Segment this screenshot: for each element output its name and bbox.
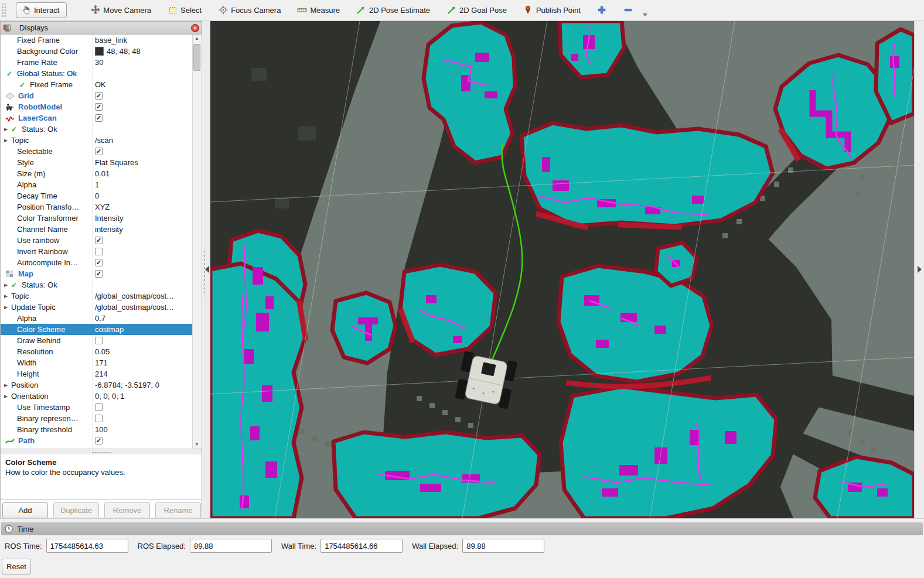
tree-row-channel-name[interactable]: Channel Nameintensity	[1, 224, 193, 235]
tree-row-topic[interactable]: ▶Topic/global_costmap/cost…	[1, 290, 193, 302]
property-value[interactable]: ✓	[93, 114, 193, 122]
tool-move-camera[interactable]: Move Camera	[87, 3, 155, 18]
add-button[interactable]: Add	[2, 502, 48, 518]
property-value[interactable]: ✓	[93, 237, 193, 244]
checkbox[interactable]: ✓	[95, 437, 103, 444]
scroll-up-icon[interactable]: ▲	[193, 35, 201, 43]
checkbox[interactable]: ✓	[95, 92, 103, 100]
expand-arrow-icon[interactable]: ▶	[4, 126, 11, 131]
tree-row-width[interactable]: Width171	[1, 357, 193, 368]
tree-row-position[interactable]: ▶Position-6.8784; -3.5197; 0	[1, 379, 193, 391]
tree-row-frame-rate[interactable]: Frame Rate30	[1, 57, 193, 68]
checkbox[interactable]: ✓	[95, 270, 103, 278]
property-value[interactable]: ✓	[93, 103, 193, 111]
close-icon[interactable]: ✕	[191, 24, 199, 32]
property-value[interactable]: 0.7	[93, 314, 193, 323]
collapse-left-icon[interactable]	[205, 266, 209, 273]
property-value[interactable]	[93, 403, 193, 411]
tree-row-global-status-ok[interactable]: ✓Global Status: Ok	[1, 68, 193, 79]
property-value[interactable]: 171	[93, 358, 193, 367]
scrollbar-thumb[interactable]	[193, 44, 200, 71]
property-value[interactable]: ✓	[93, 148, 193, 155]
tool-pose-estimate[interactable]: 2D Pose Estimate	[353, 3, 434, 18]
property-value[interactable]: 100	[93, 425, 193, 434]
property-value[interactable]: ✓	[93, 437, 193, 444]
property-value[interactable]: 0.05	[93, 347, 193, 356]
property-value[interactable]: /global_costmap/cost…	[93, 303, 193, 312]
toolbar-overflow-caret[interactable]	[643, 10, 647, 19]
tree-row-grid[interactable]: Grid✓	[1, 90, 193, 101]
property-value[interactable]: /scan	[93, 136, 193, 145]
ros-time-input[interactable]: 1754485614.63	[46, 539, 128, 553]
checkbox[interactable]: ✓	[95, 259, 103, 266]
tree-row-invert-rainbow[interactable]: Invert Rainbow	[1, 246, 193, 257]
tool-interact[interactable]: Interact	[16, 2, 67, 18]
tool-remove-tool[interactable]	[620, 3, 637, 18]
property-value[interactable]: 30	[93, 58, 193, 67]
property-value[interactable]: 48; 48; 48	[93, 47, 193, 56]
expand-arrow-icon[interactable]: ▶	[4, 293, 11, 298]
splitter-dots[interactable]	[203, 249, 206, 296]
property-value[interactable]: ✓	[93, 270, 193, 278]
tree-row-selectable[interactable]: Selectable✓	[1, 146, 193, 157]
expand-arrow-icon[interactable]: ▶	[4, 138, 11, 142]
property-value[interactable]	[93, 415, 193, 422]
property-value[interactable]	[93, 248, 193, 255]
expand-arrow-icon[interactable]: ▶	[4, 394, 11, 398]
wall-elapsed-input[interactable]: 89.88	[462, 539, 544, 553]
property-value[interactable]: OK	[93, 80, 193, 89]
tool-goal-pose[interactable]: 2D Goal Pose	[443, 3, 510, 18]
property-value[interactable]: 1	[93, 180, 193, 189]
tree-row-color-scheme[interactable]: Color Schemecostmap	[1, 324, 193, 335]
expand-arrow-icon[interactable]: ▶	[4, 305, 11, 309]
tree-row-position-transfo[interactable]: Position Transfo…XYZ	[1, 201, 193, 213]
property-value[interactable]: 0; 0; 0; 1	[93, 392, 193, 401]
checkbox[interactable]: ✓	[95, 103, 103, 111]
tree-row-alpha[interactable]: Alpha1	[1, 179, 193, 190]
tree-row-binary-represen[interactable]: Binary represen…	[1, 413, 193, 424]
checkbox[interactable]	[95, 337, 103, 344]
property-value[interactable]: -6.8784; -3.5197; 0	[93, 381, 193, 389]
tree-row-status-ok[interactable]: ▶✓Status: Ok	[1, 279, 193, 290]
tree-row-style[interactable]: StyleFlat Squares	[1, 157, 193, 168]
tree-row-color-transformer[interactable]: Color TransformerIntensity	[1, 213, 193, 224]
tree-row-use-timestamp[interactable]: Use Timestamp	[1, 402, 193, 413]
checkbox[interactable]	[95, 415, 103, 422]
tool-add-tool[interactable]	[594, 3, 611, 18]
time-panel-header[interactable]: Time	[1, 522, 923, 535]
tree-row-background-color[interactable]: Background Color48; 48; 48	[1, 46, 193, 57]
checkbox[interactable]	[95, 248, 103, 255]
tree-row-map[interactable]: Map✓	[1, 268, 193, 279]
checkbox[interactable]: ✓	[95, 237, 103, 244]
tree-row-resolution[interactable]: Resolution0.05	[1, 346, 193, 357]
property-value[interactable]: ✓	[93, 259, 193, 266]
tree-row-orientation[interactable]: ▶Orientation0; 0; 0; 1	[1, 391, 193, 402]
expand-arrow-icon[interactable]: ▶	[4, 382, 11, 387]
wall-time-input[interactable]: 1754485614.66	[320, 539, 403, 553]
expand-arrow-icon[interactable]: ▶	[4, 282, 11, 287]
property-value[interactable]: XYZ	[93, 203, 193, 211]
checkbox[interactable]: ✓	[95, 148, 103, 155]
tree-column-divider[interactable]	[93, 35, 93, 449]
property-value[interactable]: intensity	[93, 225, 193, 234]
toolbar-drag-handle[interactable]	[2, 3, 6, 17]
property-value[interactable]: ✓	[93, 92, 193, 100]
tree-row-size-m[interactable]: Size (m)0.01	[1, 168, 193, 179]
tree-row-alpha[interactable]: Alpha0.7	[1, 313, 193, 324]
tree-row-use-rainbow[interactable]: Use rainbow✓	[1, 235, 193, 246]
tool-publish-point[interactable]: Publish Point	[520, 3, 584, 18]
checkbox[interactable]	[95, 403, 103, 411]
reset-button[interactable]: Reset	[2, 559, 31, 574]
tree-row-fixed-frame[interactable]: ✓Fixed FrameOK	[1, 79, 193, 90]
property-value[interactable]: 214	[93, 370, 193, 378]
property-value[interactable]: base_link	[93, 36, 193, 45]
tool-select[interactable]: Select	[164, 3, 205, 18]
tree-row-topic[interactable]: ▶Topic/scan	[1, 135, 193, 146]
tree-row-update-topic[interactable]: ▶Update Topic/global_costmap/cost…	[1, 302, 193, 313]
property-value[interactable]: costmap	[93, 325, 193, 334]
tree-row-laserscan[interactable]: LaserScan✓	[1, 112, 193, 124]
viewport-3d[interactable]	[210, 21, 914, 518]
property-value[interactable]: /global_costmap/cost…	[93, 292, 193, 300]
scroll-down-icon[interactable]: ▼	[193, 440, 201, 449]
tree-row-decay-time[interactable]: Decay Time0	[1, 190, 193, 201]
